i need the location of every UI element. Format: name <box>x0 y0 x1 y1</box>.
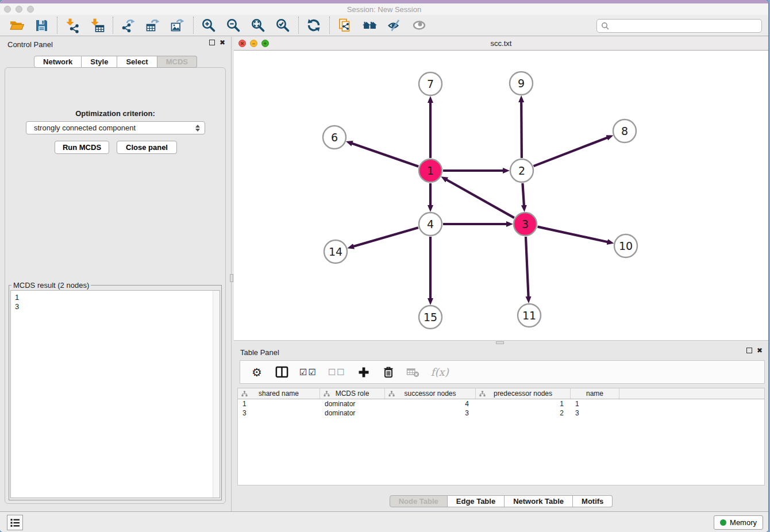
node-9[interactable]: 9 <box>510 72 533 95</box>
apply-layout-button[interactable] <box>302 16 326 35</box>
show-network-button[interactable] <box>407 16 432 35</box>
optimization-criterion-dropdown[interactable]: strongly connected component <box>26 121 205 134</box>
column-header-MCDS-role[interactable]: MCDS role <box>320 388 385 399</box>
delete-table-button[interactable] <box>406 364 420 380</box>
tab-select[interactable]: Select <box>117 56 157 68</box>
node-7[interactable]: 7 <box>419 72 442 95</box>
tab-style[interactable]: Style <box>82 56 117 68</box>
node-14[interactable]: 14 <box>324 240 347 263</box>
network-canvas[interactable]: 1234678910111415 <box>234 51 768 340</box>
control-panel-title: Control Panel <box>7 40 53 49</box>
table-cell[interactable]: 3 <box>238 408 320 418</box>
node-3[interactable]: 3 <box>514 213 537 236</box>
toolbar-separator <box>193 17 194 34</box>
export-image-button[interactable] <box>165 16 190 35</box>
memory-button[interactable]: Memory <box>714 515 763 530</box>
node-4[interactable]: 4 <box>419 213 442 236</box>
table-cell[interactable]: 2 <box>476 408 571 418</box>
table-cell[interactable]: 3 <box>385 408 476 418</box>
hide-network-button[interactable] <box>382 16 407 35</box>
tab-network-table[interactable]: Network Table <box>505 495 573 507</box>
table-settings-button[interactable]: ⚙ <box>250 364 264 380</box>
column-header-successor-nodes[interactable]: successor nodes <box>385 388 476 399</box>
export-network-button[interactable] <box>116 16 141 35</box>
dropdown-stepper-icon <box>195 125 200 132</box>
tab-mcds[interactable]: MCDS <box>157 56 197 68</box>
float-table-panel-icon[interactable] <box>746 348 752 353</box>
home-button[interactable] <box>357 16 382 35</box>
table-cell[interactable]: 1 <box>571 399 619 408</box>
node-10[interactable]: 10 <box>614 234 637 257</box>
edge-4-14[interactable] <box>353 228 418 246</box>
edge-3-10[interactable] <box>537 227 607 242</box>
zoom-selected-button[interactable] <box>271 16 295 35</box>
zoom-in-icon <box>201 18 217 33</box>
edge-3-1[interactable] <box>446 180 514 218</box>
tab-node-table[interactable]: Node Table <box>390 495 448 507</box>
edge-1-6[interactable] <box>352 143 418 166</box>
node-6[interactable]: 6 <box>323 126 346 149</box>
tab-edge-table[interactable]: Edge Table <box>448 495 505 507</box>
close-panel-button[interactable]: Close panel <box>117 141 177 154</box>
add-column-button[interactable] <box>357 364 371 380</box>
column-label: name <box>586 390 603 398</box>
node-2[interactable]: 2 <box>510 159 533 182</box>
node-15[interactable]: 15 <box>419 306 442 329</box>
splitter-handle[interactable] <box>496 341 504 344</box>
import-table-button[interactable] <box>85 16 110 35</box>
network-graph: 1234678910111415 <box>234 51 768 340</box>
table-cell[interactable]: dominator <box>320 408 385 418</box>
edge-2-9[interactable] <box>521 102 522 158</box>
node-11[interactable]: 11 <box>518 304 541 327</box>
function-builder-button[interactable]: f(x) <box>431 364 449 380</box>
svg-text:3: 3 <box>522 218 529 230</box>
table-cell[interactable]: 3 <box>571 408 619 418</box>
vertical-splitter-handle[interactable] <box>230 274 233 282</box>
result-scrollbar[interactable] <box>213 291 220 498</box>
close-panel-icon[interactable]: ✖ <box>220 40 225 45</box>
task-history-button[interactable] <box>7 515 23 530</box>
save-session-button[interactable] <box>29 16 54 35</box>
network-close-button[interactable]: ✕ <box>238 40 246 47</box>
show-columns-button[interactable] <box>275 364 288 380</box>
node-1[interactable]: 1 <box>419 159 442 182</box>
table-rows: 1dominator4113dominator323 <box>238 399 764 418</box>
column-header-predecessor-nodes[interactable]: predecessor nodes <box>476 388 571 399</box>
zoom-in-button[interactable] <box>197 16 221 35</box>
mcds-result-title: MCDS result (2 nodes) <box>11 281 91 290</box>
table-panel-header: Table Panel ✖ <box>234 345 768 360</box>
network-minimize-button[interactable]: − <box>250 40 257 47</box>
run-mcds-button[interactable]: Run MCDS <box>55 141 109 154</box>
table-row[interactable]: 1dominator411 <box>238 399 764 408</box>
close-table-panel-icon[interactable]: ✖ <box>757 348 763 353</box>
horizontal-splitter[interactable] <box>234 340 768 345</box>
deselect-all-button[interactable]: ☐☐ <box>328 364 346 380</box>
select-all-button[interactable]: ☑☑ <box>299 364 317 380</box>
zoom-out-button[interactable] <box>221 16 246 35</box>
column-header-name[interactable]: name <box>571 388 619 399</box>
duplicate-network-button[interactable] <box>333 16 357 35</box>
search-box <box>596 19 762 33</box>
edge-3-11[interactable] <box>526 237 529 297</box>
search-input[interactable] <box>612 22 757 30</box>
table-cell[interactable]: 1 <box>238 399 320 408</box>
table-cell[interactable]: dominator <box>320 399 385 408</box>
table-cell[interactable]: 1 <box>476 399 571 408</box>
float-panel-icon[interactable] <box>209 40 215 45</box>
column-header-shared-name[interactable]: shared name <box>238 388 320 399</box>
edge-2-8[interactable] <box>534 138 608 167</box>
edge-2-3[interactable] <box>522 183 524 206</box>
tab-motifs[interactable]: Motifs <box>573 495 613 507</box>
table-cell[interactable]: 4 <box>385 399 476 408</box>
import-network-button[interactable] <box>60 16 85 35</box>
zoom-fit-button[interactable] <box>246 16 271 35</box>
open-session-button[interactable] <box>5 16 29 35</box>
export-table-button[interactable] <box>141 16 165 35</box>
delete-column-button[interactable] <box>382 364 395 380</box>
table-row[interactable]: 3dominator323 <box>238 408 764 418</box>
tab-network[interactable]: Network <box>34 56 82 68</box>
checked-boxes-icon: ☑☑ <box>299 367 317 377</box>
node-8[interactable]: 8 <box>613 119 636 142</box>
mcds-result-box[interactable]: 13 <box>10 290 220 498</box>
network-maximize-button[interactable]: + <box>261 40 269 47</box>
